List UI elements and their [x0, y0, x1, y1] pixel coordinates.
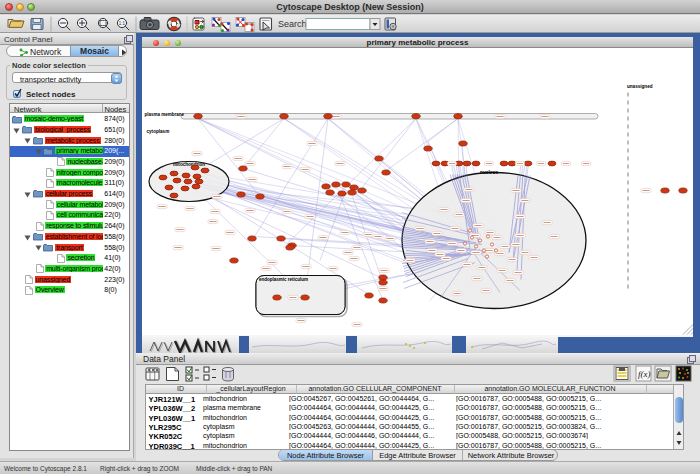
svg-text:mitochondrion: mitochondrion [173, 161, 205, 166]
svg-text:unassigned: unassigned [627, 83, 653, 88]
svg-text:f(x): f(x) [638, 369, 651, 379]
svg-text:nucleus: nucleus [480, 169, 498, 174]
svg-text:plasma membrane: plasma membrane [145, 112, 185, 117]
svg-text:endoplasmic reticulum: endoplasmic reticulum [259, 276, 308, 281]
svg-text:cytoplasm: cytoplasm [147, 128, 170, 133]
svg-text:1:1: 1:1 [119, 21, 126, 26]
svg-text:Search:: Search: [278, 19, 309, 29]
